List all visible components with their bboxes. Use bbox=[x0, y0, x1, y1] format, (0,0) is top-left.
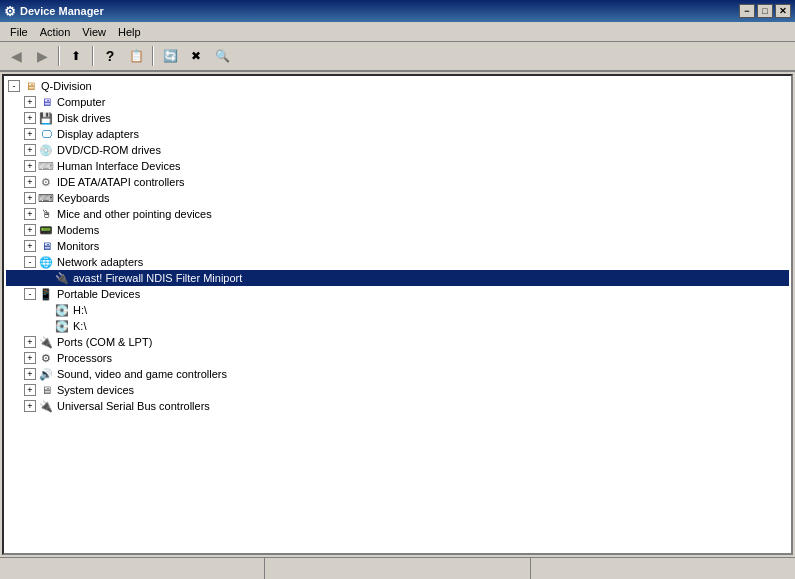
list-item[interactable]: + 🖱 Mice and other pointing devices bbox=[6, 206, 789, 222]
list-item[interactable]: + 🖥 Computer bbox=[6, 94, 789, 110]
root-expand[interactable]: - bbox=[8, 80, 20, 92]
h-drive-label: H:\ bbox=[73, 302, 87, 318]
hid-expand[interactable]: + bbox=[24, 160, 36, 172]
menu-help[interactable]: Help bbox=[112, 24, 147, 40]
usb-label: Universal Serial Bus controllers bbox=[57, 398, 210, 414]
list-item[interactable]: + 🔌 Ports (COM & LPT) bbox=[6, 334, 789, 350]
sound-label: Sound, video and game controllers bbox=[57, 366, 227, 382]
k-drive-icon: 💽 bbox=[54, 318, 70, 334]
ide-label: IDE ATA/ATAPI controllers bbox=[57, 174, 185, 190]
list-item[interactable]: + ⌨ Human Interface Devices bbox=[6, 158, 789, 174]
status-pane-2 bbox=[265, 558, 530, 579]
menu-action[interactable]: Action bbox=[34, 24, 77, 40]
close-button[interactable]: ✕ bbox=[775, 4, 791, 18]
keyboard-icon: ⌨ bbox=[38, 190, 54, 206]
window-icon: ⚙ bbox=[4, 4, 16, 19]
root-icon: 🖥 bbox=[22, 78, 38, 94]
mice-label: Mice and other pointing devices bbox=[57, 206, 212, 222]
list-item[interactable]: 💽 H:\ bbox=[6, 302, 789, 318]
list-item[interactable]: + 📟 Modems bbox=[6, 222, 789, 238]
back-button[interactable]: ◀ bbox=[4, 45, 28, 67]
hid-label: Human Interface Devices bbox=[57, 158, 181, 174]
title-bar: ⚙ Device Manager − □ ✕ bbox=[0, 0, 795, 22]
ports-icon: 🔌 bbox=[38, 334, 54, 350]
tree-root[interactable]: - 🖥 Q-Division bbox=[6, 78, 789, 94]
network-expand[interactable]: - bbox=[24, 256, 36, 268]
network-icon: 🌐 bbox=[38, 254, 54, 270]
tree-view[interactable]: - 🖥 Q-Division + 🖥 Computer + 💾 Disk dri… bbox=[2, 74, 793, 555]
portable-icon: 📱 bbox=[38, 286, 54, 302]
monitor-icon: 🖥 bbox=[38, 238, 54, 254]
root-label: Q-Division bbox=[41, 78, 92, 94]
list-item[interactable]: + 🖵 Display adapters bbox=[6, 126, 789, 142]
menu-bar: File Action View Help bbox=[0, 22, 795, 42]
h-drive-icon: 💽 bbox=[54, 302, 70, 318]
window-title: Device Manager bbox=[20, 5, 104, 17]
monitor-expand[interactable]: + bbox=[24, 240, 36, 252]
menu-view[interactable]: View bbox=[76, 24, 112, 40]
ide-icon: ⚙ bbox=[38, 174, 54, 190]
disk-label: Disk drives bbox=[57, 110, 111, 126]
proc-label: Processors bbox=[57, 350, 112, 366]
sound-expand[interactable]: + bbox=[24, 368, 36, 380]
help-button[interactable]: ? bbox=[98, 45, 122, 67]
computer-label: Computer bbox=[57, 94, 105, 110]
status-bar bbox=[0, 557, 795, 579]
mice-expand[interactable]: + bbox=[24, 208, 36, 220]
proc-icon: ⚙ bbox=[38, 350, 54, 366]
forward-button[interactable]: ▶ bbox=[30, 45, 54, 67]
refresh-button[interactable]: 🔄 bbox=[158, 45, 182, 67]
k-drive-label: K:\ bbox=[73, 318, 86, 334]
keyboard-expand[interactable]: + bbox=[24, 192, 36, 204]
list-item[interactable]: + 💿 DVD/CD-ROM drives bbox=[6, 142, 789, 158]
minimize-button[interactable]: − bbox=[739, 4, 755, 18]
system-label: System devices bbox=[57, 382, 134, 398]
list-item[interactable]: + 💾 Disk drives bbox=[6, 110, 789, 126]
monitor-label: Monitors bbox=[57, 238, 99, 254]
system-expand[interactable]: + bbox=[24, 384, 36, 396]
list-item[interactable]: 💽 K:\ bbox=[6, 318, 789, 334]
portable-expand[interactable]: - bbox=[24, 288, 36, 300]
list-item[interactable]: + ⌨ Keyboards bbox=[6, 190, 789, 206]
ports-label: Ports (COM & LPT) bbox=[57, 334, 152, 350]
ide-expand[interactable]: + bbox=[24, 176, 36, 188]
dvd-icon: 💿 bbox=[38, 142, 54, 158]
toolbar-separator-1 bbox=[58, 46, 60, 66]
menu-file[interactable]: File bbox=[4, 24, 34, 40]
list-item[interactable]: + 🔊 Sound, video and game controllers bbox=[6, 366, 789, 382]
properties-button[interactable]: 📋 bbox=[124, 45, 148, 67]
list-item[interactable]: + ⚙ Processors bbox=[6, 350, 789, 366]
avast-icon: 🔌 bbox=[54, 270, 70, 286]
modem-expand[interactable]: + bbox=[24, 224, 36, 236]
list-item[interactable]: + 🖥 System devices bbox=[6, 382, 789, 398]
toolbar: ◀ ▶ ⬆ ? 📋 🔄 ✖ 🔍 bbox=[0, 42, 795, 72]
portable-label: Portable Devices bbox=[57, 286, 140, 302]
list-item[interactable]: + 🔌 Universal Serial Bus controllers bbox=[6, 398, 789, 414]
proc-expand[interactable]: + bbox=[24, 352, 36, 364]
usb-icon: 🔌 bbox=[38, 398, 54, 414]
modem-icon: 📟 bbox=[38, 222, 54, 238]
computer-expand[interactable]: + bbox=[24, 96, 36, 108]
sound-icon: 🔊 bbox=[38, 366, 54, 382]
dvd-expand[interactable]: + bbox=[24, 144, 36, 156]
system-icon: 🖥 bbox=[38, 382, 54, 398]
disk-icon: 💾 bbox=[38, 110, 54, 126]
display-expand[interactable]: + bbox=[24, 128, 36, 140]
disk-expand[interactable]: + bbox=[24, 112, 36, 124]
uninstall-button[interactable]: ✖ bbox=[184, 45, 208, 67]
list-item[interactable]: - 🌐 Network adapters bbox=[6, 254, 789, 270]
toolbar-separator-3 bbox=[152, 46, 154, 66]
up-button[interactable]: ⬆ bbox=[64, 45, 88, 67]
list-item[interactable]: 🔌 avast! Firewall NDIS Filter Miniport bbox=[6, 270, 789, 286]
usb-expand[interactable]: + bbox=[24, 400, 36, 412]
hid-icon: ⌨ bbox=[38, 158, 54, 174]
list-item[interactable]: + ⚙ IDE ATA/ATAPI controllers bbox=[6, 174, 789, 190]
main-area: - 🖥 Q-Division + 🖥 Computer + 💾 Disk dri… bbox=[0, 72, 795, 557]
list-item[interactable]: + 🖥 Monitors bbox=[6, 238, 789, 254]
list-item[interactable]: - 📱 Portable Devices bbox=[6, 286, 789, 302]
maximize-button[interactable]: □ bbox=[757, 4, 773, 18]
ports-expand[interactable]: + bbox=[24, 336, 36, 348]
status-pane-3 bbox=[531, 558, 795, 579]
keyboard-label: Keyboards bbox=[57, 190, 110, 206]
scan-button[interactable]: 🔍 bbox=[210, 45, 234, 67]
